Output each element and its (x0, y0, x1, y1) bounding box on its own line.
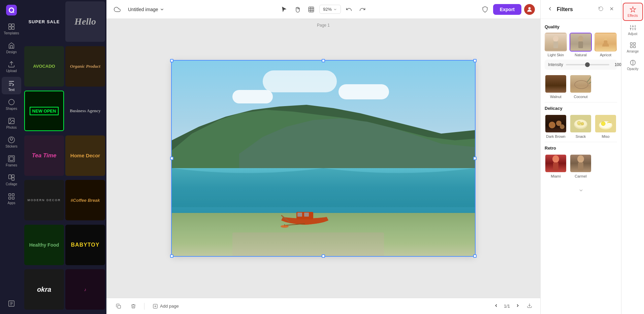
template-card-home-decor[interactable]: Home Decor (65, 135, 105, 176)
cloud-save-button[interactable] (112, 4, 123, 15)
template-card-organic-product[interactable]: Organic Product (65, 46, 105, 87)
svg-rect-78 (630, 46, 632, 48)
shield-button[interactable] (480, 4, 490, 15)
svg-rect-16 (12, 197, 14, 199)
quality-label: Quality (545, 24, 617, 29)
delete-button[interactable] (128, 302, 139, 311)
prev-page-button[interactable] (491, 302, 501, 310)
svg-rect-77 (633, 46, 635, 48)
template-card-babytoy[interactable]: BABYTOY (65, 225, 105, 265)
svg-line-34 (285, 224, 305, 225)
svg-rect-4 (12, 27, 14, 29)
template-card-avocado[interactable]: Avocado (24, 46, 64, 87)
svg-point-61 (601, 122, 605, 126)
svg-point-62 (552, 155, 559, 163)
filter-dark-brown[interactable]: Dark Brown (545, 114, 567, 138)
top-bar-right: Export (372, 4, 535, 15)
intensity-slider[interactable] (566, 64, 609, 65)
svg-rect-9 (8, 156, 14, 162)
svg-rect-32 (297, 213, 302, 217)
top-bar-center: 92% (279, 4, 368, 15)
user-avatar[interactable] (524, 4, 535, 15)
undo-button[interactable] (344, 4, 354, 15)
filter-miami[interactable]: Miami (545, 154, 567, 178)
opacity-button[interactable]: Opacity (623, 57, 643, 73)
svg-rect-65 (578, 162, 583, 170)
sidebar-item-stickers[interactable]: Stickers (2, 133, 21, 151)
delicacy-filters-row: Dark Brown Snack (545, 114, 617, 138)
canvas-area: Untitled image (106, 0, 540, 314)
file-name-button[interactable]: Untitled image (125, 5, 167, 14)
add-page-button[interactable]: Add page (150, 302, 182, 311)
svg-point-50 (575, 81, 588, 89)
quality-filters-row1: Light Skin Natural (545, 33, 617, 57)
filter-walnut[interactable]: Walnut (545, 74, 567, 99)
sidebar-item-frames[interactable]: Frames (2, 152, 21, 170)
intensity-value: 100 (612, 62, 621, 67)
reset-button[interactable] (597, 5, 605, 14)
filter-carmel[interactable]: Carmel (570, 154, 592, 178)
resize-button[interactable] (306, 4, 317, 15)
canvas-frame[interactable] (172, 61, 475, 256)
svg-rect-12 (12, 175, 14, 177)
template-card-hello[interactable]: Hello (65, 1, 105, 42)
close-panel-button[interactable] (608, 5, 616, 14)
template-card-business-agency[interactable]: Business Agency (65, 91, 105, 131)
divider (144, 303, 144, 310)
svg-rect-1 (9, 24, 11, 26)
redo-button[interactable] (357, 4, 368, 15)
svg-point-20 (528, 7, 531, 9)
filter-miso[interactable]: Miso (594, 114, 617, 138)
sidebar-item-templates[interactable]: Templates (2, 20, 21, 38)
svg-rect-48 (578, 41, 583, 48)
retro-filters-row: Miami Carmel (545, 154, 617, 178)
download-button[interactable] (525, 302, 534, 311)
filter-snack[interactable]: Snack (570, 114, 592, 138)
svg-rect-0 (6, 5, 17, 15)
sidebar-item-notes[interactable] (2, 297, 21, 310)
template-card-tea-time[interactable]: Tea Time (24, 135, 64, 176)
svg-point-45 (553, 36, 558, 42)
sidebar-item-upload[interactable]: Upload (2, 58, 21, 75)
svg-rect-17 (9, 197, 11, 199)
canvas-image (172, 61, 475, 256)
add-to-bg-button[interactable] (113, 302, 124, 311)
filters-panel-body: Quality Light Skin (541, 19, 621, 314)
zoom-button[interactable]: 92% (319, 5, 341, 14)
template-card-new-open[interactable]: NEW OPEN (24, 91, 64, 131)
export-button[interactable]: Export (493, 4, 521, 15)
filter-coconut[interactable]: Coconut (570, 74, 592, 99)
effects-button[interactable]: Effects (623, 3, 643, 21)
filter-light-skin[interactable]: Light Skin (545, 33, 567, 57)
filters-panel-header: Filters (541, 0, 621, 19)
intensity-row: Intensity 100 (545, 60, 617, 70)
sidebar-item-text[interactable]: Text (2, 77, 21, 94)
template-card-extra[interactable]: ♪ (65, 269, 105, 310)
arrange-button[interactable]: Arrange (623, 39, 643, 56)
sidebar-item-collage[interactable]: Collage (2, 171, 21, 189)
back-button[interactable] (546, 5, 554, 14)
filter-apricot[interactable]: Apricot (594, 33, 617, 57)
template-grid: Super Sale Hello Avocado Organic Product… (23, 0, 106, 314)
canva-logo[interactable] (5, 4, 18, 16)
template-panel: Super Sale Hello Avocado Organic Product… (23, 0, 106, 314)
template-card-healthy-food[interactable]: Healthy Food (24, 225, 64, 265)
pointer-tool-button[interactable] (279, 4, 290, 15)
template-card-coffee-break[interactable]: #Coffee Break (65, 180, 105, 220)
sidebar-item-shapes[interactable]: Shapes (2, 96, 21, 113)
canvas-container: Page 1 (106, 19, 540, 298)
bottom-bar: Add page 1/1 (106, 298, 540, 314)
next-page-button[interactable] (513, 302, 523, 310)
sidebar-item-design[interactable]: Design (2, 39, 21, 57)
template-card-super-sale[interactable]: Super Sale (24, 1, 64, 42)
template-card-okra[interactable]: okra (24, 269, 64, 310)
sidebar-item-apps[interactable]: Apps (2, 190, 21, 208)
svg-point-6 (9, 99, 14, 105)
svg-rect-13 (12, 178, 14, 180)
sidebar-item-photos[interactable]: Photos (2, 115, 21, 132)
adjust-button[interactable]: Adjust (623, 22, 643, 38)
template-card-modern-decor[interactable]: MODERN DECOR (24, 180, 64, 220)
filter-natural[interactable]: Natural (570, 33, 592, 57)
top-bar: Untitled image (106, 0, 540, 19)
hand-tool-button[interactable] (292, 4, 303, 15)
